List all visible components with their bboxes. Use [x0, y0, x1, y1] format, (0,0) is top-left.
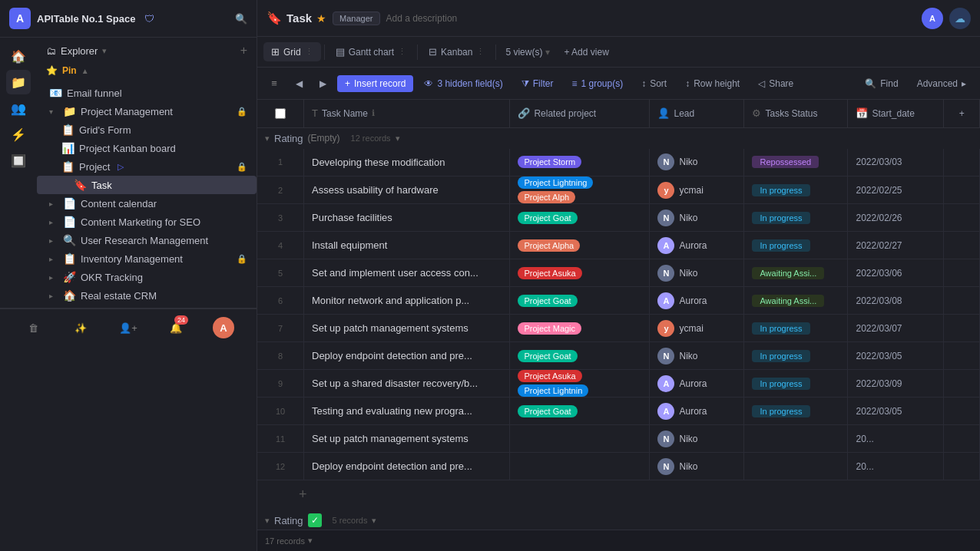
- nav-automations[interactable]: ⚡: [6, 122, 31, 147]
- chevron-right-icon4: ▸: [49, 255, 58, 263]
- group2-toggle-icon[interactable]: ▾: [265, 516, 270, 526]
- star-icon[interactable]: ★: [316, 12, 326, 25]
- col-extra[interactable]: +: [944, 100, 980, 127]
- add-view-button[interactable]: + Add view: [558, 43, 614, 61]
- select-all-checkbox[interactable]: [275, 108, 286, 119]
- sidebar-item-content-calendar[interactable]: ▸ 📄 Content calendar: [37, 194, 257, 213]
- row-height-button[interactable]: ↕ Row height: [677, 75, 747, 92]
- sidebar-item-task[interactable]: 🔖 Task: [37, 176, 257, 194]
- col-date[interactable]: 📅 Start_date: [848, 100, 944, 127]
- nav-back-button[interactable]: ◀: [288, 75, 310, 92]
- status-cell[interactable]: Repossessed: [744, 149, 848, 177]
- pin-header[interactable]: ⭐Pin▲: [46, 64, 247, 78]
- sidebar-item-okr[interactable]: ▸ 🚀 OKR Tracking: [37, 268, 257, 286]
- add-record-button[interactable]: +: [299, 487, 307, 503]
- view-count-label: 5 view(s): [505, 47, 542, 58]
- kanban-options-icon[interactable]: ⋮: [476, 47, 485, 57]
- col-lead[interactable]: 👤 Lead: [650, 100, 744, 127]
- description-text[interactable]: Add a description: [386, 13, 458, 24]
- sidebar-item-project-kanban[interactable]: 📊 Project Kanban board: [37, 139, 257, 157]
- task-col-info[interactable]: ℹ: [372, 108, 375, 118]
- search-icon[interactable]: 🔍: [235, 13, 247, 25]
- trash-icon[interactable]: 🗑: [21, 315, 45, 340]
- inventory-icon: 📋: [63, 252, 76, 265]
- group-label: 1 group(s): [581, 78, 623, 89]
- group-icon: ≡: [571, 78, 577, 89]
- sidebar-item-project-management[interactable]: ▾ 📁 Project Management 🔒: [37, 102, 257, 120]
- table-row: 7 Set up patch management systems Projec…: [257, 315, 980, 342]
- col-checkbox[interactable]: [257, 100, 304, 127]
- nav-explorer[interactable]: 📁: [6, 70, 31, 94]
- notification-icon[interactable]: 🔔 24: [164, 315, 188, 340]
- tab-grid-label: Grid: [283, 47, 301, 58]
- project-cell-2[interactable]: Project LightningProject Alph: [510, 177, 650, 204]
- sidebar-item-content-marketing[interactable]: ▸ 📄 Content Marketing for SEO: [37, 213, 257, 231]
- task-icon: 🔖: [74, 179, 87, 191]
- table-row: 8 Deploy endpoint detection and pre... P…: [257, 342, 980, 370]
- hidden-fields-button[interactable]: 👁 3 hidden field(s): [416, 75, 510, 92]
- filter-button[interactable]: ⧩ Filter: [514, 75, 561, 92]
- sidebar-item-real-estate[interactable]: ▸ 🏠 Real estate CRM: [37, 286, 257, 305]
- col-lead-label: Lead: [674, 108, 694, 119]
- chevron-down-icon: ▾: [49, 107, 58, 116]
- group-button[interactable]: ≡ 1 group(s): [564, 75, 631, 92]
- lead-avatar-2: y: [657, 182, 674, 199]
- view-divider-1: [324, 45, 325, 60]
- group-expand-btn[interactable]: ▾: [396, 134, 400, 144]
- nav-members[interactable]: 👥: [6, 96, 31, 120]
- find-button[interactable]: 🔍 Find: [857, 75, 906, 92]
- col-related-project[interactable]: 🔗 Related project: [510, 100, 650, 127]
- sidebar-item-project[interactable]: 📋 Project ▷ 🔒: [37, 157, 257, 176]
- share-icon: ◁: [758, 78, 765, 89]
- avatar-1: A: [922, 8, 943, 29]
- col-task-name[interactable]: T Task Name ℹ: [304, 100, 510, 127]
- advanced-label: Advanced: [917, 78, 958, 89]
- grid-options-icon[interactable]: ⋮: [305, 47, 313, 57]
- task-cell[interactable]: Developing these modification: [304, 149, 510, 177]
- share-button[interactable]: ◁ Share: [750, 75, 801, 92]
- grid-container[interactable]: T Task Name ℹ 🔗 Related project �: [257, 100, 980, 530]
- user-avatar-icon[interactable]: A: [211, 315, 236, 340]
- sort-icon: ↕: [641, 78, 646, 89]
- sidebar-item-grids-form[interactable]: 📋 Grid's Form: [37, 120, 257, 139]
- project-management-icon: 📁: [63, 105, 76, 117]
- tab-kanban[interactable]: ⊟ Kanban ⋮: [421, 42, 492, 61]
- add-col-icon[interactable]: +: [959, 108, 965, 119]
- explorer-header[interactable]: 🗂 Explorer ▾ +: [37, 41, 257, 61]
- sort-button[interactable]: ↕ Sort: [634, 75, 674, 92]
- expand-icon[interactable]: ▾: [308, 536, 313, 546]
- tab-gantt[interactable]: ▤ Gantt chart ⋮: [328, 42, 414, 61]
- project-cell[interactable]: Project Storm: [510, 149, 650, 177]
- group2-expand-btn[interactable]: ▾: [372, 516, 376, 526]
- content-marketing-icon: 📄: [63, 216, 76, 228]
- group-toggle-icon[interactable]: ▾: [265, 134, 270, 144]
- sort-label: Sort: [650, 78, 667, 89]
- tab-grid[interactable]: ⊞ Grid ⋮: [263, 42, 321, 61]
- nav-apps[interactable]: 🔲: [6, 148, 31, 173]
- project-icon: 📋: [61, 160, 74, 173]
- advanced-button[interactable]: Advanced ▸: [909, 75, 974, 92]
- add-row[interactable]: +: [257, 480, 980, 510]
- insert-record-button[interactable]: + Insert record: [337, 75, 413, 92]
- add-explorer-icon[interactable]: +: [240, 44, 247, 58]
- rating-check-icon: ✓: [308, 513, 322, 527]
- nav-forward-button[interactable]: ▶: [312, 75, 334, 92]
- date-cell[interactable]: 2022/03/03: [848, 149, 944, 177]
- col-status[interactable]: ⚙ Tasks Status: [744, 100, 848, 127]
- view-count[interactable]: 5 view(s) ▾: [499, 43, 556, 61]
- insert-icon: +: [345, 78, 350, 89]
- lead-cell[interactable]: N Niko: [650, 149, 744, 177]
- lead-cell-2[interactable]: y ycmai: [650, 177, 744, 204]
- table-row: 4 Install equipment Project Alpha A Auro…: [257, 232, 980, 259]
- nav-home[interactable]: 🏠: [6, 44, 31, 68]
- task-cell-2[interactable]: Assess usability of hardware: [304, 177, 510, 204]
- toolbar: ≡ ◀ ▶ + Insert record 👁 3 hidden field(s…: [257, 68, 980, 100]
- template-icon[interactable]: ✨: [68, 315, 93, 340]
- sidebar-item-user-research[interactable]: ▸ 🔍 User Research Management: [37, 231, 257, 249]
- sidebar-item-inventory[interactable]: ▸ 📋 Inventory Management 🔒: [37, 249, 257, 268]
- gantt-options-icon[interactable]: ⋮: [398, 47, 406, 57]
- workspace-selector[interactable]: A APITable No.1 Space 🛡: [9, 8, 154, 29]
- add-member-icon[interactable]: 👤+: [116, 315, 141, 340]
- collapse-button[interactable]: ≡: [263, 73, 285, 94]
- sidebar-item-email-funnel[interactable]: 📧 Email funnel: [37, 84, 257, 102]
